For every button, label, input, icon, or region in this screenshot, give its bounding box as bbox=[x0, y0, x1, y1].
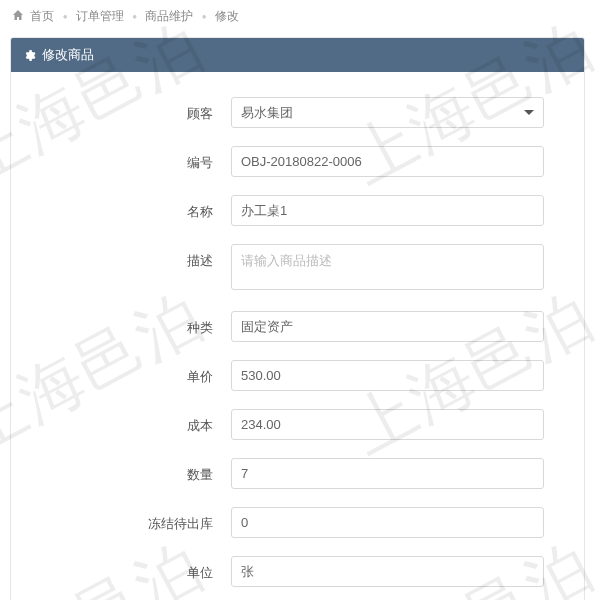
label-price: 单价 bbox=[31, 360, 231, 386]
breadcrumb-item[interactable]: 订单管理 bbox=[76, 9, 124, 23]
frozen-input[interactable] bbox=[231, 507, 544, 538]
unit-input[interactable] bbox=[231, 556, 544, 587]
breadcrumb-item[interactable]: 商品维护 bbox=[145, 9, 193, 23]
price-input[interactable] bbox=[231, 360, 544, 391]
label-cost: 成本 bbox=[31, 409, 231, 435]
label-qty: 数量 bbox=[31, 458, 231, 484]
qty-input[interactable] bbox=[231, 458, 544, 489]
row-price: 单价 bbox=[31, 360, 564, 391]
row-frozen: 冻结待出库 bbox=[31, 507, 564, 538]
row-cost: 成本 bbox=[31, 409, 564, 440]
label-name: 名称 bbox=[31, 195, 231, 221]
row-unit: 单位 bbox=[31, 556, 564, 587]
row-name: 名称 bbox=[31, 195, 564, 226]
panel-title: 修改商品 bbox=[42, 46, 94, 64]
home-icon bbox=[12, 9, 24, 24]
breadcrumb-item: 修改 bbox=[215, 9, 239, 23]
edit-product-panel: 修改商品 顾客 易水集团 编号 名称 描述 bbox=[10, 37, 585, 600]
panel-header: 修改商品 bbox=[11, 38, 584, 72]
cost-input[interactable] bbox=[231, 409, 544, 440]
label-customer: 顾客 bbox=[31, 97, 231, 123]
breadcrumb-home[interactable]: 首页 bbox=[30, 9, 54, 23]
breadcrumb: 首页 ● 订单管理 ● 商品维护 ● 修改 bbox=[0, 0, 595, 33]
row-customer: 顾客 易水集团 bbox=[31, 97, 564, 128]
customer-select[interactable]: 易水集团 bbox=[231, 97, 544, 128]
name-input[interactable] bbox=[231, 195, 544, 226]
category-input[interactable] bbox=[231, 311, 544, 342]
row-code: 编号 bbox=[31, 146, 564, 177]
label-code: 编号 bbox=[31, 146, 231, 172]
breadcrumb-sep: ● bbox=[63, 12, 68, 21]
breadcrumb-sep: ● bbox=[132, 12, 137, 21]
label-frozen: 冻结待出库 bbox=[31, 507, 231, 533]
desc-textarea[interactable] bbox=[231, 244, 544, 290]
breadcrumb-sep: ● bbox=[202, 12, 207, 21]
code-input[interactable] bbox=[231, 146, 544, 177]
gear-icon bbox=[23, 49, 36, 62]
label-category: 种类 bbox=[31, 311, 231, 337]
label-desc: 描述 bbox=[31, 244, 231, 270]
label-unit: 单位 bbox=[31, 556, 231, 582]
row-qty: 数量 bbox=[31, 458, 564, 489]
row-category: 种类 bbox=[31, 311, 564, 342]
row-desc: 描述 bbox=[31, 244, 564, 293]
panel-body: 顾客 易水集团 编号 名称 描述 种类 bbox=[11, 72, 584, 600]
